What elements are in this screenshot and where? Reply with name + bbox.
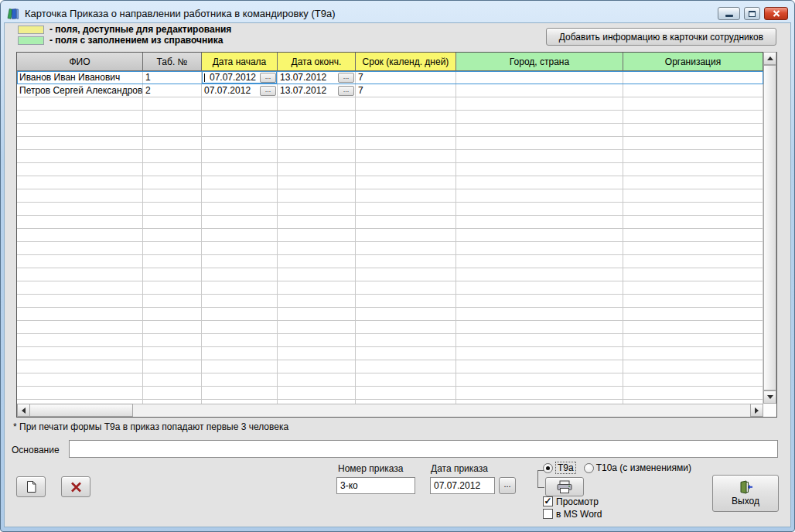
empty-cell bbox=[278, 295, 356, 308]
date-browse-button[interactable]: ... bbox=[260, 86, 276, 96]
scroll-down-button[interactable] bbox=[763, 390, 776, 404]
empty-cell bbox=[456, 137, 623, 150]
date-browse-button[interactable]: ... bbox=[338, 86, 354, 96]
empty-cell bbox=[202, 347, 278, 360]
cell[interactable]: 7 bbox=[356, 71, 456, 84]
radio-option-1[interactable]: Т10а (с изменениями) bbox=[584, 462, 691, 473]
empty-cell bbox=[356, 97, 456, 111]
empty-cell bbox=[202, 229, 278, 242]
table-row[interactable]: Иванов Иван Иванович107.07.2012...13.07.… bbox=[17, 71, 763, 84]
add-info-button[interactable]: Добавить информацию в карточки сотрудник… bbox=[546, 28, 776, 46]
table-empty-row bbox=[17, 308, 763, 321]
horizontal-scrollbar[interactable] bbox=[17, 404, 763, 417]
empty-cell bbox=[202, 387, 278, 400]
cell[interactable]: Петров Сергей Александрович bbox=[17, 84, 143, 97]
checkbox-option-0[interactable]: ✓Просмотр bbox=[543, 496, 602, 507]
cell[interactable] bbox=[456, 71, 623, 84]
delete-record-button[interactable] bbox=[61, 476, 90, 497]
cell[interactable]: 07.07.2012... bbox=[202, 71, 278, 84]
horizontal-scroll-thumb[interactable] bbox=[29, 404, 133, 417]
checkbox-icon[interactable]: ✓ bbox=[543, 496, 553, 506]
cell[interactable]: 7 bbox=[356, 84, 456, 97]
table-empty-row bbox=[17, 216, 763, 229]
empty-cell bbox=[623, 268, 763, 281]
empty-cell bbox=[143, 189, 202, 203]
date-browse-button[interactable]: ... bbox=[338, 73, 354, 83]
column-header-3[interactable]: Дата оконч. bbox=[278, 53, 356, 71]
empty-cell bbox=[278, 387, 356, 400]
empty-cell bbox=[17, 308, 143, 321]
order-date-input[interactable]: 07.07.2012 bbox=[430, 477, 495, 494]
cell[interactable]: 13.07.2012... bbox=[278, 84, 356, 97]
order-number-input[interactable]: 3-ко bbox=[336, 477, 415, 494]
empty-cell bbox=[356, 150, 456, 163]
cell[interactable]: 1 bbox=[143, 71, 202, 84]
vertical-scrollbar[interactable] bbox=[763, 53, 776, 404]
titlebar: Карточка Приказа о направлении работника… bbox=[6, 5, 709, 22]
empty-cell bbox=[202, 189, 278, 203]
checkbox-icon[interactable] bbox=[543, 509, 553, 519]
empty-cell bbox=[356, 163, 456, 176]
empty-cell bbox=[143, 347, 202, 360]
cell[interactable]: 13.07.2012... bbox=[278, 71, 356, 84]
employees-grid: ФИОТаб. №Дата началаДата оконч.Срок (кал… bbox=[16, 52, 777, 418]
radio-option-0[interactable]: Т9а bbox=[543, 462, 576, 474]
empty-cell bbox=[456, 387, 623, 400]
table-empty-row bbox=[17, 229, 763, 242]
empty-cell bbox=[278, 203, 356, 216]
cell[interactable] bbox=[623, 71, 763, 84]
scroll-right-button[interactable] bbox=[750, 404, 763, 417]
scroll-up-button[interactable] bbox=[763, 52, 776, 65]
minimize-button[interactable] bbox=[718, 7, 740, 20]
cell[interactable]: 2 bbox=[143, 84, 202, 97]
empty-cell bbox=[456, 281, 623, 295]
column-header-5[interactable]: Город, страна bbox=[456, 53, 623, 71]
empty-cell bbox=[202, 321, 278, 334]
empty-cell bbox=[17, 268, 143, 281]
empty-cell bbox=[143, 387, 202, 400]
table-row[interactable]: Петров Сергей Александрович207.07.2012..… bbox=[17, 84, 763, 97]
scroll-left-button[interactable] bbox=[17, 404, 30, 417]
table-empty-row bbox=[17, 242, 763, 255]
checkbox-option-1[interactable]: в MS Word bbox=[543, 508, 602, 520]
new-record-button[interactable] bbox=[16, 476, 46, 497]
empty-cell bbox=[278, 124, 356, 137]
empty-cell bbox=[456, 360, 623, 373]
radio-icon[interactable] bbox=[584, 463, 594, 473]
empty-cell bbox=[202, 176, 278, 189]
empty-cell bbox=[17, 255, 143, 268]
column-header-6[interactable]: Организация bbox=[623, 53, 763, 71]
radio-icon[interactable] bbox=[543, 463, 553, 473]
empty-cell bbox=[202, 255, 278, 268]
exit-button[interactable]: Выход bbox=[712, 475, 779, 512]
vertical-scroll-thumb[interactable] bbox=[763, 65, 776, 390]
maximize-button[interactable] bbox=[744, 7, 760, 20]
column-header-1[interactable]: Таб. № bbox=[143, 53, 202, 71]
empty-cell bbox=[456, 347, 623, 360]
empty-cell bbox=[278, 308, 356, 321]
close-button[interactable] bbox=[764, 7, 788, 20]
cell[interactable]: 07.07.2012... bbox=[202, 84, 278, 97]
column-header-4[interactable]: Срок (календ. дней) bbox=[356, 53, 456, 71]
cell[interactable]: Иванов Иван Иванович bbox=[17, 71, 143, 84]
column-header-2[interactable]: Дата начала bbox=[202, 53, 278, 71]
empty-cell bbox=[356, 373, 456, 387]
print-button[interactable] bbox=[545, 477, 584, 496]
empty-cell bbox=[456, 111, 623, 124]
empty-cell bbox=[17, 124, 143, 137]
empty-cell bbox=[143, 360, 202, 373]
order-date-browse-button[interactable]: ... bbox=[499, 477, 516, 494]
column-header-0[interactable]: ФИО bbox=[17, 53, 143, 71]
date-browse-button[interactable]: ... bbox=[260, 73, 276, 83]
empty-cell bbox=[456, 242, 623, 255]
empty-cell bbox=[623, 137, 763, 150]
table-empty-row bbox=[17, 373, 763, 387]
table-empty-row bbox=[17, 268, 763, 281]
empty-cell bbox=[143, 308, 202, 321]
empty-cell bbox=[202, 295, 278, 308]
cell[interactable] bbox=[456, 84, 623, 97]
empty-cell bbox=[143, 334, 202, 347]
osnovanie-label: Основание bbox=[12, 445, 60, 455]
osnovanie-input[interactable] bbox=[69, 440, 778, 458]
cell[interactable] bbox=[623, 84, 763, 97]
